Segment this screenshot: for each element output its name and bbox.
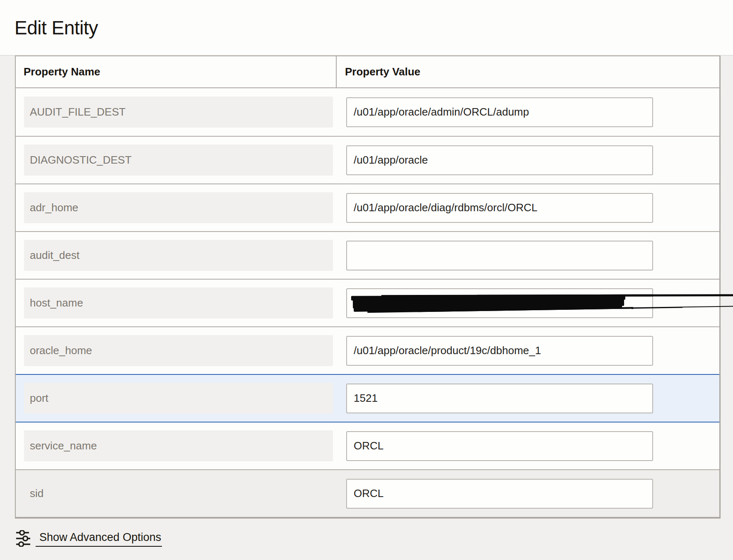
property-name-cell: DIAGNOSTIC_DEST xyxy=(16,145,338,176)
column-header-property-name: Property Name xyxy=(16,56,337,87)
property-value-input[interactable] xyxy=(346,336,653,366)
table-row-service_name: service_name xyxy=(16,422,719,469)
property-value-input[interactable] xyxy=(346,479,653,509)
property-name-text: DIAGNOSTIC_DEST xyxy=(30,154,132,167)
property-name-field: port xyxy=(24,383,333,414)
property-value-cell xyxy=(338,241,719,270)
property-name-field: oracle_home xyxy=(24,335,333,366)
table-row-sid: sid xyxy=(16,469,719,517)
property-value-input[interactable] xyxy=(346,145,653,175)
property-value-input[interactable] xyxy=(346,193,653,223)
table-row-port: port xyxy=(16,374,719,422)
show-advanced-options-link[interactable]: Show Advanced Options xyxy=(36,531,162,547)
title-bar: Edit Entity xyxy=(0,0,733,56)
property-value-input[interactable] xyxy=(346,288,653,318)
property-value-input-wrap xyxy=(346,145,653,175)
property-name-field: DIAGNOSTIC_DEST xyxy=(24,145,333,176)
property-name-text: port xyxy=(30,392,48,405)
property-name-text: host_name xyxy=(30,297,83,309)
property-value-cell xyxy=(338,384,719,413)
property-value-cell xyxy=(338,431,719,461)
property-name-cell: audit_dest xyxy=(16,240,338,271)
property-name-text: service_name xyxy=(30,439,97,452)
page-title: Edit Entity xyxy=(14,17,98,39)
table-row-audit_dest: audit_dest xyxy=(16,231,719,279)
property-name-text: oracle_home xyxy=(30,344,92,357)
property-name-cell: host_name xyxy=(16,287,338,319)
table-row-host_name: host_name xyxy=(16,279,719,326)
property-value-input-wrap xyxy=(346,384,653,413)
property-name-cell: service_name xyxy=(16,430,338,461)
property-name-text: sid xyxy=(30,487,43,500)
table-row-adr_home: adr_home xyxy=(16,183,719,231)
property-value-input[interactable] xyxy=(346,384,653,413)
property-value-cell xyxy=(338,145,719,175)
property-value-cell xyxy=(338,336,719,366)
property-value-input-wrap xyxy=(346,479,653,509)
property-value-input[interactable] xyxy=(346,241,653,270)
property-name-field: audit_dest xyxy=(24,240,333,271)
property-value-cell xyxy=(338,288,719,318)
property-value-input[interactable] xyxy=(346,431,653,461)
property-value-input-wrap xyxy=(346,431,653,461)
property-name-cell: port xyxy=(16,383,338,414)
property-name-cell: oracle_home xyxy=(16,335,338,366)
property-name-text: AUDIT_FILE_DEST xyxy=(30,106,125,118)
property-name-cell: AUDIT_FILE_DEST xyxy=(16,97,338,128)
property-value-cell xyxy=(338,193,719,223)
property-name-field: AUDIT_FILE_DEST xyxy=(24,97,333,128)
property-value-input-wrap xyxy=(346,97,653,127)
property-value-input-wrap xyxy=(346,193,653,223)
property-name-field: service_name xyxy=(24,430,333,461)
property-value-input-wrap xyxy=(346,288,653,318)
property-value-input-wrap xyxy=(346,336,653,366)
footer: Show Advanced Options xyxy=(16,529,733,548)
property-name-cell: sid xyxy=(16,478,338,509)
property-name-cell: adr_home xyxy=(16,192,338,223)
property-name-text: audit_dest xyxy=(30,249,80,262)
table-body: AUDIT_FILE_DEST DIAGNOSTIC_DEST adr_ho xyxy=(16,88,719,517)
table-header-row: Property Name Property Value xyxy=(16,56,719,88)
property-value-cell xyxy=(338,97,719,127)
table-row-oracle_home: oracle_home xyxy=(16,326,719,374)
property-name-field: sid xyxy=(24,478,333,509)
property-name-field: host_name xyxy=(24,287,333,319)
property-name-field: adr_home xyxy=(24,192,333,223)
table-row-AUDIT_FILE_DEST: AUDIT_FILE_DEST xyxy=(16,88,719,136)
property-value-input-wrap xyxy=(346,241,653,270)
sliders-icon xyxy=(16,530,35,548)
table-row-DIAGNOSTIC_DEST: DIAGNOSTIC_DEST xyxy=(16,136,719,183)
properties-table: Property Name Property Value AUDIT_FILE_… xyxy=(15,56,721,519)
property-value-input[interactable] xyxy=(346,97,653,127)
column-header-property-value: Property Value xyxy=(337,56,719,87)
property-name-text: adr_home xyxy=(30,201,78,214)
property-value-cell xyxy=(338,479,719,509)
